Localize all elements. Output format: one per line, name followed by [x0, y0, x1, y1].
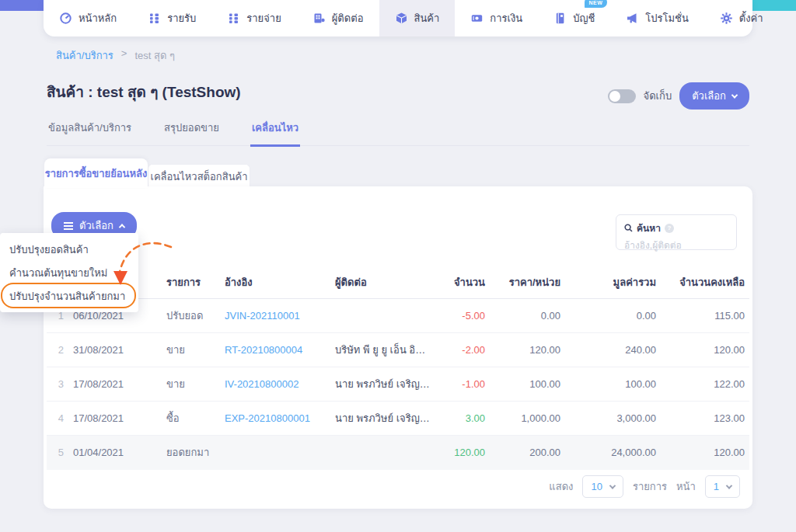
nav-item-income[interactable]: รายรับ	[132, 0, 211, 37]
tab-product-info[interactable]: ข้อมูลสินค้า/บริการ	[47, 115, 133, 145]
top-navigation: หน้าหลัก รายรับ รายจ่าย ผู้ติดต่อ สินค้า…	[44, 0, 752, 37]
cell-contact	[330, 436, 435, 470]
table-options-label: ตัวเลือก	[79, 217, 113, 234]
promotion-icon	[626, 12, 639, 25]
table-row: 501/04/2021ยอดยกมา120.00200.0024,000.001…	[47, 436, 749, 470]
cell-balance: 115.00	[661, 299, 749, 333]
nav-item-finance[interactable]: การเงิน	[455, 0, 538, 37]
col-header-balance: จำนวนคงเหลือ	[661, 266, 749, 299]
finance-icon	[470, 12, 484, 25]
cell-total: 24,000.00	[565, 436, 661, 470]
cell-ref: EXP-20210800001	[220, 402, 330, 436]
movement-card: ตัวเลือก ค้นหา ? อ้างอิง,ผู้ติดต่อ รายกา…	[44, 186, 752, 509]
cell-contact: บริษัท พี ยู ยู เอ็น อินเ...	[330, 333, 435, 367]
menu-item-adjust-opening-qty[interactable]: ปรับปรุงจำนวนสินค้ายกมา	[0, 284, 138, 308]
settings-icon	[720, 12, 733, 25]
cell-no: 2	[47, 333, 68, 367]
contacts-icon	[312, 12, 326, 25]
search-input[interactable]: ค้นหา ? อ้างอิง,ผู้ติดต่อ	[616, 214, 737, 250]
cell-total: 0.00	[565, 299, 661, 333]
cell-balance: 123.00	[661, 402, 749, 436]
subtab-stock-movement[interactable]: เคลื่อนไหวสต็อกสินค้า	[148, 164, 250, 188]
nav-item-contacts[interactable]: ผู้ติดต่อ	[297, 0, 379, 37]
cell-no: 4	[47, 402, 68, 436]
breadcrumb-separator: >	[121, 47, 127, 64]
nav-item-home[interactable]: หน้าหลัก	[44, 0, 132, 37]
income-icon	[148, 12, 161, 25]
cell-contact: นาย พรภวิษย์ เจริญพี...	[330, 402, 435, 436]
cell-item: ซื้อ	[162, 402, 220, 436]
cell-price: 0.00	[490, 299, 565, 333]
cell-item: ยอดยกมา	[162, 436, 220, 470]
cell-contact	[330, 299, 435, 333]
accounting-icon	[553, 12, 567, 25]
nav-label: ตั้งค่า	[739, 10, 763, 26]
col-header-qty: จำนวน	[435, 266, 490, 299]
per-page-select[interactable]: 10	[582, 475, 623, 498]
tab-sales-summary[interactable]: สรุปยอดขาย	[162, 115, 221, 145]
menu-item-recalculate-cost[interactable]: คำนวณต้นทุนขายใหม่	[0, 261, 138, 284]
cell-item: ขาย	[162, 367, 220, 402]
nav-label: หน้าหลัก	[79, 10, 117, 26]
cell-qty: 3.00	[435, 402, 490, 436]
chevron-down-icon	[731, 92, 738, 98]
cell-price: 100.00	[490, 367, 565, 402]
menu-item-adjust-stock[interactable]: ปรับปรุงยอดสินค้า	[0, 238, 138, 261]
page-label: หน้า	[676, 478, 696, 495]
nav-label: รายจ่าย	[246, 10, 281, 26]
search-icon	[624, 224, 633, 232]
cell-date: 31/08/2021	[68, 333, 162, 367]
cell-ref: IV-20210800002	[220, 367, 330, 402]
cell-qty: -2.00	[435, 333, 490, 367]
cell-total: 100.00	[565, 367, 661, 402]
chevron-up-icon	[119, 224, 125, 230]
nav-item-settings[interactable]: ตั้งค่า	[704, 0, 779, 37]
breadcrumb-current: test สุด ๆ	[134, 47, 175, 64]
col-header-ref: อ้างอิง	[220, 266, 330, 299]
cell-ref: RT-20210800004	[220, 333, 330, 367]
pagination: แสดง 10 รายการ หน้า 1	[549, 475, 740, 498]
page-select[interactable]: 1	[705, 475, 740, 498]
table-row: 106/10/2021ปรับยอดJVIN-202110001-5.000.0…	[47, 299, 749, 333]
table-header-row: รายการ อ้างอิง ผู้ติดต่อ จำนวน ราคา/หน่ว…	[47, 266, 749, 299]
col-header-unit-price: ราคา/หน่วย	[490, 266, 565, 299]
cell-no: 3	[47, 367, 68, 402]
unit-label: รายการ	[633, 478, 667, 495]
cell-date: 01/04/2021	[68, 436, 162, 470]
reference-link[interactable]: IV-20210800002	[225, 378, 298, 390]
cell-item: ขาย	[162, 333, 220, 367]
cell-qty: -1.00	[435, 367, 490, 402]
archive-toggle-label: จัดเก็บ	[644, 88, 672, 104]
header-options-button[interactable]: ตัวเลือก	[679, 82, 749, 110]
search-help-icon[interactable]: ?	[665, 224, 674, 233]
cell-price: 200.00	[490, 436, 565, 470]
header-controls: จัดเก็บ ตัวเลือก	[608, 82, 749, 110]
table-row: 231/08/2021ขายRT-20210800004บริษัท พี ยู…	[47, 333, 749, 367]
tab-bar: ข้อมูลสินค้า/บริการ สรุปยอดขาย เคลื่อนไห…	[47, 115, 749, 146]
breadcrumb-root-link[interactable]: สินค้า/บริการ	[56, 47, 113, 64]
chevron-down-icon	[726, 482, 732, 489]
nav-item-expense[interactable]: รายจ่าย	[211, 0, 296, 37]
reference-link[interactable]: RT-20210800004	[225, 344, 302, 356]
subtab-transaction-history[interactable]: รายการซื้อขายย้อนหลัง	[44, 158, 148, 188]
table-row: 417/08/2021ซื้อEXP-20210800001นาย พรภวิษ…	[47, 402, 749, 436]
reference-link[interactable]: EXP-20210800001	[225, 412, 310, 424]
nav-item-products[interactable]: สินค้า	[379, 0, 456, 37]
cell-balance: 120.00	[661, 436, 749, 470]
nav-label: การเงิน	[490, 10, 522, 26]
header-options-label: ตัวเลือก	[692, 88, 726, 104]
reference-link[interactable]: JVIN-202110001	[225, 310, 300, 322]
options-dropdown-menu: ปรับปรุงยอดสินค้า คำนวณต้นทุนขายใหม่ ปรั…	[0, 233, 138, 312]
col-header-item: รายการ	[162, 266, 220, 299]
cell-total: 240.00	[565, 333, 661, 367]
cell-no: 5	[47, 436, 68, 470]
page-title: สินค้า : test สุด ๆ (TestShow)	[47, 80, 241, 103]
nav-item-accounting[interactable]: NEW บัญชี	[538, 0, 610, 37]
archive-toggle[interactable]	[608, 89, 636, 103]
expense-icon	[227, 12, 240, 25]
new-badge: NEW	[585, 0, 608, 8]
per-page-value: 10	[591, 481, 602, 492]
nav-item-promotion[interactable]: โปรโมชั่น	[610, 0, 703, 37]
cell-contact: นาย พรภวิษย์ เจริญพี...	[330, 367, 435, 402]
tab-movement[interactable]: เคลื่อนไหว	[250, 115, 300, 147]
